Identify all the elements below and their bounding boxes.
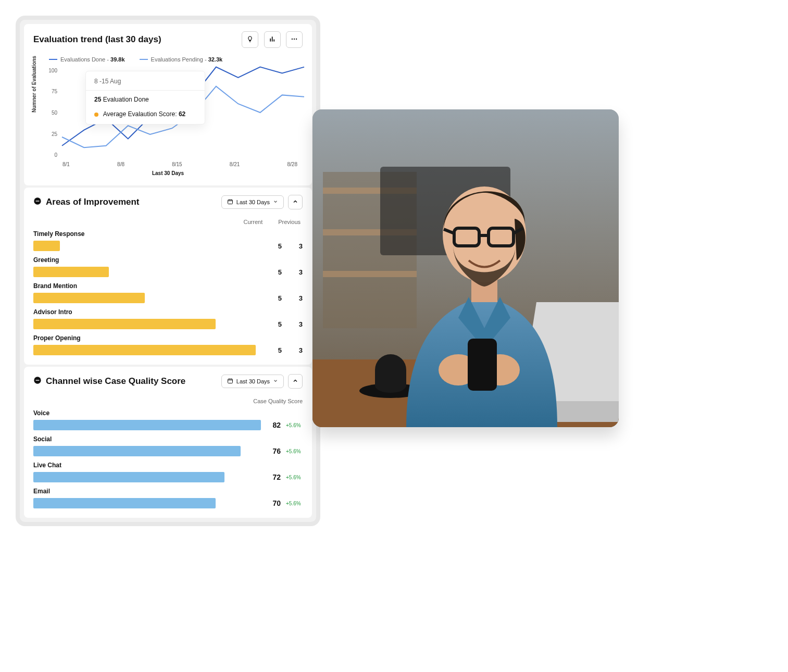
- value-previous: 3: [287, 242, 303, 250]
- metric-label: Proper Opening: [33, 334, 303, 342]
- value-current: 5: [261, 294, 282, 302]
- bar-track: [33, 446, 261, 456]
- card-controls: Last 30 Days: [221, 374, 303, 389]
- bar-track: [33, 293, 256, 303]
- score-delta: +5.6%: [286, 501, 303, 506]
- date-filter-label: Last 30 Days: [236, 378, 270, 384]
- legend-item-done: Evaluations Done - 39.8k: [49, 56, 125, 63]
- hero-photo: [312, 109, 619, 427]
- bar-fill: [33, 420, 261, 430]
- improvement-row: Brand Mention53: [33, 282, 303, 303]
- legend-swatch: [140, 59, 148, 60]
- collapse-button[interactable]: [288, 374, 303, 389]
- chart-type-button[interactable]: [264, 31, 281, 48]
- date-filter-button[interactable]: Last 30 Days: [221, 195, 284, 209]
- svg-rect-0: [270, 38, 271, 41]
- bar-chart-icon: [269, 35, 276, 44]
- chevron-down-icon: [273, 378, 278, 384]
- card-areas-improvement: Areas of Improvement Last 30 Days: [24, 188, 312, 365]
- bar-track: [33, 498, 261, 508]
- card-header: Areas of Improvement Last 30 Days: [33, 195, 303, 209]
- tooltip-count: 25: [94, 96, 101, 103]
- card-title: Channel wise Case Quality Score: [33, 376, 185, 387]
- score-label: Case Quality Score: [253, 398, 303, 404]
- svg-point-4: [294, 38, 295, 39]
- score-value: 76: [266, 447, 281, 455]
- svg-rect-8: [228, 200, 232, 204]
- bar-track: [33, 319, 256, 329]
- channel-label: Social: [33, 435, 303, 443]
- collapse-circle-icon[interactable]: [33, 376, 42, 387]
- improvement-row: Proper Opening53: [33, 334, 303, 355]
- bar-fill: [33, 498, 216, 508]
- bar-fill: [33, 241, 60, 251]
- channel-row: Live Chat72+5.6%: [33, 462, 303, 482]
- legend-label: Evaluations Pending: [151, 56, 203, 63]
- bar-track: [33, 472, 261, 482]
- channel-label: Email: [33, 488, 303, 495]
- x-axis: 8/1 8/8 8/15 8/21 8/28: [62, 161, 297, 167]
- chevron-down-icon: [273, 199, 278, 205]
- bar-fill: [33, 345, 256, 355]
- svg-rect-2: [273, 39, 274, 41]
- dashboard-panel: Evaluation trend (last 30 days): [16, 16, 320, 526]
- value-previous: 3: [287, 320, 303, 328]
- collapse-circle-icon[interactable]: [33, 197, 42, 208]
- value-current: 5: [261, 268, 282, 276]
- chart-tooltip: 8 -15 Aug 25 Evaluation Done Average Eva…: [85, 71, 205, 125]
- bar-fill: [33, 472, 224, 482]
- y-tick: 75: [45, 88, 57, 94]
- date-filter-button[interactable]: Last 30 Days: [221, 375, 284, 388]
- y-tick: 25: [45, 131, 57, 137]
- date-filter-label: Last 30 Days: [236, 199, 270, 205]
- tooltip-count-label: Evaluation Done: [103, 96, 149, 103]
- svg-rect-1: [271, 36, 272, 41]
- tooltip-avg-label: Average Evalaution Score:: [103, 110, 177, 118]
- improvement-row: Greeting53: [33, 256, 303, 277]
- value-current: 5: [261, 346, 282, 354]
- x-tick: 8/1: [62, 161, 70, 167]
- svg-rect-26: [468, 339, 497, 391]
- tooltip-range: 8 -15 Aug: [94, 78, 196, 85]
- score-value: 70: [266, 499, 281, 507]
- col-previous: Previous: [278, 219, 301, 225]
- y-tick: 50: [45, 110, 57, 116]
- lightbulb-icon: [246, 35, 254, 44]
- improvement-row: Timely Response53: [33, 230, 303, 251]
- collapse-button[interactable]: [288, 195, 303, 209]
- score-value: 82: [266, 421, 281, 429]
- score-delta: +5.6%: [286, 422, 303, 428]
- y-tick: 100: [45, 68, 57, 73]
- legend-value: 39.8k: [110, 56, 125, 63]
- value-previous: 3: [287, 346, 303, 354]
- channel-label: Live Chat: [33, 462, 303, 469]
- card-title-text: Areas of Improvement: [46, 197, 140, 207]
- dot-icon: [94, 113, 98, 117]
- card-title: Areas of Improvement: [33, 197, 140, 208]
- insight-button[interactable]: [242, 31, 258, 48]
- x-axis-label: Last 30 Days: [33, 170, 303, 176]
- value-previous: 3: [287, 268, 303, 276]
- x-tick: 8/15: [172, 161, 182, 167]
- columns-header: Current Previous: [33, 219, 301, 225]
- card-title-text: Channel wise Case Quality Score: [46, 376, 185, 387]
- bar-fill: [33, 267, 109, 277]
- score-value: 72: [266, 473, 281, 481]
- bar-track: [33, 345, 256, 355]
- legend-item-pending: Evaluations Pending - 32.3k: [140, 56, 223, 63]
- channel-row: Social76+5.6%: [33, 435, 303, 456]
- channel-label: Voice: [33, 409, 303, 417]
- calendar-icon: [227, 378, 233, 385]
- metric-label: Greeting: [33, 256, 303, 264]
- legend-value: 32.3k: [208, 56, 223, 63]
- svg-point-3: [292, 38, 293, 39]
- bar-fill: [33, 293, 145, 303]
- svg-rect-11: [228, 379, 232, 383]
- improvement-row: Advisor Intro53: [33, 308, 303, 329]
- card-header: Channel wise Case Quality Score Last 30 …: [33, 374, 303, 389]
- x-tick: 8/21: [230, 161, 240, 167]
- more-button[interactable]: [286, 31, 303, 48]
- svg-rect-16: [323, 271, 417, 277]
- score-delta: +5.6%: [286, 449, 303, 454]
- tooltip-avg-score: 62: [179, 110, 185, 118]
